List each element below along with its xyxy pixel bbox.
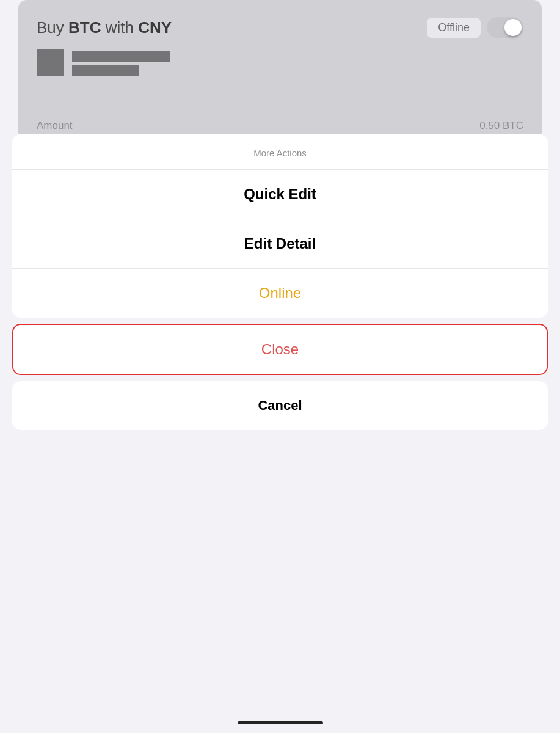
- amount-value: 0.50 BTC: [479, 120, 523, 132]
- offline-label: Offline: [427, 18, 481, 38]
- title-buy: Buy: [37, 18, 68, 37]
- amount-row: Amount 0.50 BTC: [37, 120, 523, 132]
- online-label: Online: [259, 285, 301, 302]
- cancel-label: Cancel: [258, 398, 302, 414]
- title-cny: CNY: [138, 18, 172, 37]
- title-btc: BTC: [68, 18, 101, 37]
- online-item[interactable]: Online: [12, 269, 548, 318]
- sheet-title: More Actions: [12, 134, 548, 169]
- close-item[interactable]: Close: [13, 325, 547, 374]
- edit-detail-label: Edit Detail: [244, 235, 316, 252]
- edit-detail-item[interactable]: Edit Detail: [12, 219, 548, 268]
- cancel-group: Cancel: [12, 381, 548, 430]
- close-group: Close: [12, 324, 548, 375]
- avatar-row: [37, 49, 523, 76]
- avatar-text-line1: [72, 51, 170, 62]
- home-indicator: [238, 721, 323, 724]
- background-card: Buy BTC with CNY Offline Amount 0.50 BTC: [18, 0, 542, 140]
- actions-group: More Actions Quick Edit Edit Detail Onli…: [12, 134, 548, 318]
- avatar-pixel-small: [37, 49, 64, 76]
- quick-edit-label: Quick Edit: [244, 186, 316, 203]
- quick-edit-item[interactable]: Quick Edit: [12, 170, 548, 219]
- offline-toggle-switch[interactable]: [487, 17, 523, 38]
- title-with: with: [101, 18, 138, 37]
- avatar-text-line2: [72, 65, 139, 76]
- toggle-knob: [504, 19, 522, 36]
- cancel-item[interactable]: Cancel: [12, 381, 548, 430]
- close-label: Close: [261, 341, 299, 358]
- offline-toggle-container: Offline: [427, 17, 523, 38]
- amount-label: Amount: [37, 120, 73, 132]
- action-sheet: More Actions Quick Edit Edit Detail Onli…: [0, 134, 560, 733]
